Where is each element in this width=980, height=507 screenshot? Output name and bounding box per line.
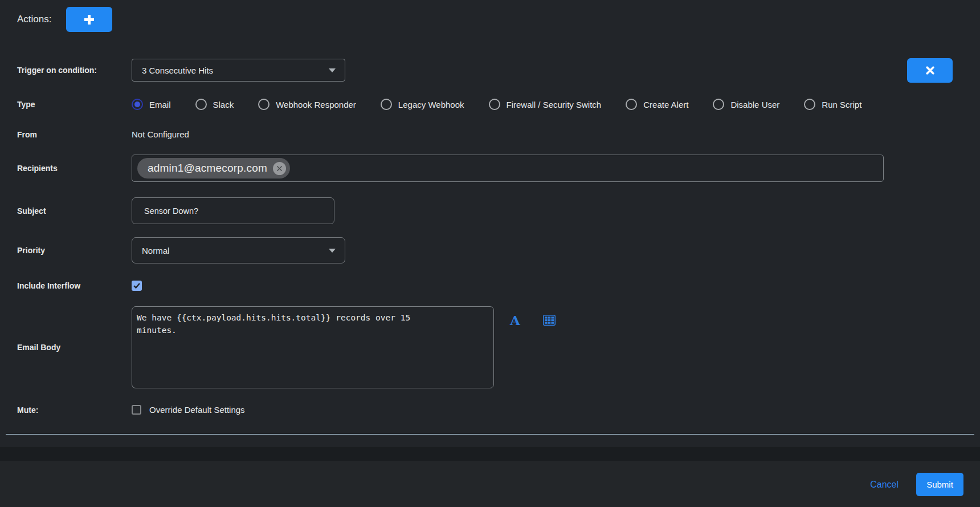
radio-selected-icon <box>132 99 143 110</box>
radio-webhook-responder[interactable]: Webhook Responder <box>258 99 356 110</box>
radio-create-alert[interactable]: Create Alert <box>626 99 688 110</box>
priority-value: Normal <box>142 246 169 255</box>
priority-select[interactable]: Normal <box>132 237 345 263</box>
radio-label: Webhook Responder <box>276 100 356 109</box>
radio-slack[interactable]: Slack <box>195 99 234 110</box>
trigger-value: 3 Consecutive Hits <box>142 66 213 75</box>
close-icon <box>926 66 934 75</box>
radio-icon <box>713 99 724 110</box>
radio-label: Firewall / Security Switch <box>507 100 602 109</box>
radio-label: Legacy Webhook <box>398 100 464 109</box>
plus-icon <box>84 15 94 25</box>
from-value: Not Configured <box>132 129 189 139</box>
cancel-button[interactable]: Cancel <box>870 480 899 490</box>
radio-label: Email <box>149 100 171 109</box>
chevron-down-icon <box>329 249 336 253</box>
email-body-textarea[interactable]: We have {{ctx.payload.hits.hits.total}} … <box>132 306 494 388</box>
mute-option-label: Override Default Settings <box>149 405 245 415</box>
chevron-down-icon <box>329 68 336 72</box>
trigger-row: Trigger on condition: 3 Consecutive Hits <box>0 59 980 82</box>
trigger-select[interactable]: 3 Consecutive Hits <box>132 59 345 82</box>
subject-value: Sensor Down? <box>144 206 198 216</box>
radio-firewall-security-switch[interactable]: Firewall / Security Switch <box>489 99 602 110</box>
from-label: From <box>0 130 132 139</box>
radio-icon <box>804 99 815 110</box>
email-body-wrap: We have {{ctx.payload.hits.hits.total}} … <box>132 306 556 388</box>
submit-button[interactable]: Submit <box>916 473 963 496</box>
type-row: Type Email Slack Webhook Responder Legac… <box>0 99 980 110</box>
chip-text: admin1@acmecorp.com <box>148 162 267 175</box>
from-row: From Not Configured <box>0 129 980 139</box>
check-icon <box>133 283 140 289</box>
chip-remove-icon[interactable] <box>273 162 286 175</box>
remove-action-button[interactable] <box>907 58 953 83</box>
interflow-row: Include Interflow <box>0 281 980 291</box>
radio-disable-user[interactable]: Disable User <box>713 99 779 110</box>
radio-icon <box>381 99 392 110</box>
radio-email[interactable]: Email <box>132 99 171 110</box>
subject-row: Subject Sensor Down? <box>0 197 980 224</box>
radio-icon <box>195 99 207 110</box>
submit-label: Submit <box>926 480 953 489</box>
actions-label: Actions: <box>17 14 51 25</box>
subject-label: Subject <box>0 206 132 216</box>
add-action-button[interactable] <box>66 7 112 32</box>
font-style-icon[interactable]: A <box>510 314 520 327</box>
radio-label: Slack <box>213 100 234 109</box>
mute-label: Mute: <box>0 405 132 415</box>
priority-row: Priority Normal <box>0 237 980 263</box>
radio-icon <box>489 99 500 110</box>
mute-checkbox-unchecked[interactable] <box>132 405 141 415</box>
recipients-label: Recipients <box>0 164 132 173</box>
interflow-checkbox-checked[interactable] <box>132 281 142 291</box>
radio-icon <box>258 99 270 110</box>
mute-option: Override Default Settings <box>132 405 245 415</box>
mute-row: Mute: Override Default Settings <box>0 405 980 415</box>
radio-run-script[interactable]: Run Script <box>804 99 861 110</box>
radio-label: Run Script <box>822 100 861 109</box>
recipient-chip: admin1@acmecorp.com <box>137 158 290 179</box>
subject-input[interactable]: Sensor Down? <box>132 197 334 224</box>
priority-label: Priority <box>0 246 132 255</box>
recipients-row: Recipients admin1@acmecorp.com <box>0 155 980 182</box>
footer-bar: Cancel Submit <box>0 461 980 507</box>
body-toolbar: A <box>510 314 556 327</box>
radio-icon <box>626 99 637 110</box>
radio-label: Disable User <box>730 100 779 109</box>
interflow-label: Include Interflow <box>0 281 132 290</box>
recipients-input[interactable]: admin1@acmecorp.com <box>132 155 884 182</box>
radio-legacy-webhook[interactable]: Legacy Webhook <box>381 99 464 110</box>
action-form-panel: Actions: Trigger on condition: 3 Consecu… <box>0 0 980 447</box>
type-options: Email Slack Webhook Responder Legacy Web… <box>132 99 861 110</box>
table-icon[interactable] <box>543 315 556 326</box>
type-label: Type <box>0 100 132 109</box>
divider <box>6 434 974 435</box>
email-body-label: Email Body <box>0 343 132 352</box>
trigger-label: Trigger on condition: <box>0 66 132 75</box>
actions-header: Actions: <box>0 0 980 32</box>
email-body-row: Email Body We have {{ctx.payload.hits.hi… <box>0 306 980 388</box>
radio-label: Create Alert <box>643 100 688 109</box>
